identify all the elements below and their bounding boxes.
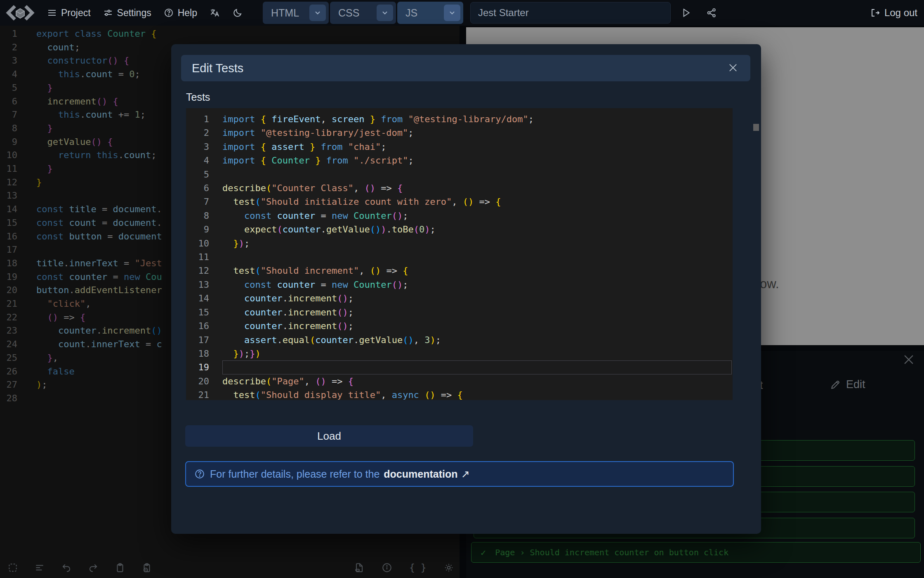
code-line: 7 test("Should initialize count with zer… — [186, 195, 733, 208]
code-line: 15 counter.increment(); — [186, 306, 733, 319]
code-line: 5 — [186, 168, 733, 181]
code-line: 18 });}) — [186, 347, 733, 360]
html-panel-chevron-button[interactable] — [309, 5, 326, 21]
nav-settings-button[interactable]: Settings — [103, 7, 151, 19]
hamburger-icon — [47, 8, 57, 18]
nav-project-button[interactable]: Project — [47, 7, 91, 19]
documentation-link[interactable]: documentation — [384, 468, 457, 480]
js-panel-chevron-button[interactable] — [444, 5, 460, 21]
chevron-down-icon — [448, 9, 456, 17]
close-icon — [727, 62, 739, 73]
code-line: 10 }); — [186, 237, 733, 250]
chevron-down-icon — [381, 9, 389, 17]
code-line: 20describe("Page", () => { — [186, 374, 733, 388]
modal-header: Edit Tests — [181, 55, 750, 81]
chevron-down-icon — [314, 9, 322, 17]
code-line: 17 assert.equal(counter.getValue(), 3); — [186, 333, 733, 347]
code-line: 21 test("Should display title", async ()… — [186, 388, 733, 400]
app-root: Project Settings Help HTML — [0, 0, 924, 578]
code-line: 6describe("Counter Class", () => { — [186, 181, 733, 195]
nav-help-button[interactable]: Help — [164, 7, 197, 19]
code-line: 2import "@testing-library/jest-dom"; — [186, 126, 733, 140]
css-panel-label: CSS — [338, 7, 359, 19]
load-button[interactable]: Load — [185, 425, 473, 447]
translate-button[interactable] — [210, 7, 220, 18]
help-circle-icon — [194, 469, 205, 479]
nav-project-label: Project — [61, 7, 91, 19]
question-circle-icon — [164, 8, 174, 18]
nav-help-label: Help — [178, 7, 197, 19]
navbar-editor-group: HTML CSS JS — [263, 2, 671, 24]
dark-mode-toggle[interactable] — [233, 8, 243, 18]
modal-title: Edit Tests — [192, 62, 243, 75]
modal-close-button[interactable] — [727, 62, 740, 74]
code-line: 14 counter.increment(); — [186, 291, 733, 305]
app-logo-icon — [6, 4, 35, 22]
tests-code-editor[interactable]: 1import { fireEvent, screen } from "@tes… — [186, 108, 733, 400]
translate-icon — [210, 7, 220, 18]
code-line: 4import { Counter } from "./script"; — [186, 154, 733, 167]
code-line: 16 counter.increment(); — [186, 319, 733, 333]
html-panel-select[interactable]: HTML — [263, 2, 329, 24]
js-panel-select[interactable]: JS — [397, 2, 463, 24]
code-line: 9 expect(counter.getValue()).toBe(0); — [186, 223, 733, 236]
external-link-arrow-icon: ↗ — [461, 468, 470, 480]
logout-label: Log out — [884, 7, 917, 19]
documentation-banner: For further details, please refer to the… — [185, 461, 734, 487]
code-line: 13 const counter = new Counter(); — [186, 278, 733, 291]
moon-icon — [233, 8, 243, 18]
code-line: 3import { assert } from "chai"; — [186, 140, 733, 154]
css-panel-chevron-button[interactable] — [377, 5, 393, 21]
top-navbar: Project Settings Help HTML — [0, 0, 924, 26]
navbar-actions-group — [681, 0, 717, 26]
banner-text: For further details, please refer to the — [210, 468, 380, 480]
js-panel-label: JS — [405, 7, 417, 19]
edit-tests-modal: Edit Tests Tests 1import { fireEvent, sc… — [171, 44, 761, 534]
share-icon[interactable] — [706, 7, 717, 18]
sliders-icon — [103, 8, 113, 18]
code-line: 1import { fireEvent, screen } from "@tes… — [186, 112, 733, 126]
nav-settings-label: Settings — [117, 7, 151, 19]
scrollbar-thumb[interactable] — [753, 124, 759, 131]
navbar-left-group: Project Settings Help — [6, 0, 243, 26]
logout-button[interactable]: Log out — [870, 0, 917, 26]
code-line: 8 const counter = new Counter(); — [186, 209, 733, 223]
html-panel-label: HTML — [271, 7, 299, 19]
run-play-button[interactable] — [681, 7, 691, 18]
logout-icon — [870, 8, 880, 18]
code-line: 19 — [186, 360, 733, 374]
code-line: 11 — [186, 250, 733, 264]
project-name-input[interactable] — [470, 2, 671, 24]
code-line: 12 test("Should increment", () => { — [186, 264, 733, 277]
tests-section-label: Tests — [186, 91, 210, 103]
css-panel-select[interactable]: CSS — [330, 2, 396, 24]
